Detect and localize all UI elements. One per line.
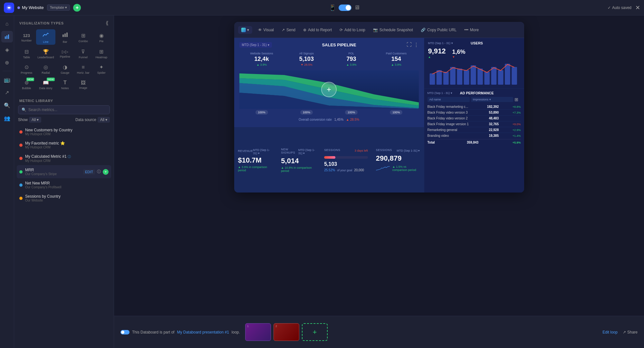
viz-spider[interactable]: ✦ Spider [93, 61, 110, 76]
schedule-snapshot-btn[interactable]: 📷 Schedule Snapshot [370, 26, 416, 34]
add-button[interactable]: + [73, 4, 81, 12]
viz-progress[interactable]: ⊙ Progress [18, 61, 35, 76]
bottom-metrics-row: REVENUE MTD (Sep 1-31) ▾ $10.7M ▲ 3.9% i… [234, 127, 424, 193]
loop-slide-1[interactable]: 1 [245, 323, 271, 341]
viz-line[interactable]: Line [36, 29, 55, 45]
metric-filters: Show All ▾ Data source All ▾ [14, 117, 114, 125]
pipeline-expand-icon[interactable]: ⛶ [407, 42, 412, 48]
viz-notes[interactable]: T Notes [57, 77, 73, 91]
add-to-report-btn[interactable]: ⊕ Add to Report [300, 26, 335, 34]
page-title-area: My Website [17, 5, 44, 10]
list-item[interactable]: My Favorited metric ⭐ My Hubspot CRM [17, 138, 111, 152]
dashboard-inner: MTD (Sep 1 - 31) ▾ SALES PIPELINE ⛶ ⋮ [234, 38, 524, 193]
top-nav: My Website Template ▾ + 📱 🖥 ✓ Auto saved… [0, 0, 644, 15]
metric-info-btn[interactable]: ⓘ [97, 169, 101, 174]
share-btn[interactable]: ↗ Share [623, 330, 638, 334]
connections-icon[interactable]: ⊕ [1, 57, 13, 68]
leaderboard-viz-icon: 🏆 [43, 49, 49, 55]
viz-number[interactable]: 123 Number [18, 29, 35, 45]
viz-radial[interactable]: ◎ Radial [36, 61, 55, 76]
send-btn[interactable]: ↗ Send [278, 26, 299, 34]
tv-icon[interactable]: 📺 [1, 74, 13, 85]
viz-leaderboard[interactable]: 🏆 Leaderboard [36, 46, 55, 60]
add-widget-button[interactable]: + [321, 82, 337, 97]
viz-bar[interactable]: Bar [57, 29, 73, 45]
metric-dot [19, 157, 23, 160]
data-source-filter[interactable]: Data source All ▾ [75, 117, 110, 123]
loop-toggle-switch[interactable] [120, 330, 130, 334]
svg-rect-15 [484, 72, 490, 85]
svg-rect-9 [443, 72, 449, 85]
pipeline-header: MTD (Sep 1 - 31) ▾ SALES PIPELINE ⛶ ⋮ [239, 42, 419, 48]
viz-pie[interactable]: ◉ Pie [93, 29, 110, 45]
content-area: ▾ 👁 Visual ↗ Send ⊕ Add to Report [114, 15, 644, 348]
search-icon[interactable]: 🔍 [1, 99, 13, 111]
sales-pipeline-widget: MTD (Sep 1 - 31) ▾ SALES PIPELINE ⛶ ⋮ [234, 38, 424, 127]
template-selector[interactable]: Template ▾ [47, 5, 70, 11]
loop-add-slide-btn[interactable]: + [302, 323, 328, 341]
viz-heatmap[interactable]: ⊞ Heatmap [93, 46, 110, 60]
list-item[interactable]: Net New MRR Our Company's Profitwell [17, 178, 111, 192]
share-icon[interactable]: ↗ [1, 87, 13, 98]
list-item[interactable]: Sessions by Country Our Website [17, 192, 111, 205]
close-button[interactable]: ✕ [635, 4, 640, 11]
metrics-icon[interactable]: ◈ [1, 44, 13, 55]
color-swatch [241, 28, 246, 32]
loop-slides: 1 2 + [245, 323, 328, 341]
panel-collapse-btn[interactable]: ⟪ [106, 20, 109, 26]
viz-combo[interactable]: ⊞ Combo [75, 29, 91, 45]
metric-list: New Customers by Country My Hubspot CRM … [14, 125, 114, 205]
more-btn[interactable]: ••• More [461, 26, 482, 34]
view-toggle-switch[interactable] [339, 5, 351, 11]
ad-filter-icon[interactable]: ⊞ [514, 97, 521, 102]
loop-name-link[interactable]: My Databoard presentation #1 [177, 330, 229, 334]
viz-pipeline[interactable]: ▷▷ Pipeline [57, 46, 73, 60]
add-to-loop-btn[interactable]: ⟳ Add to Loop [336, 26, 369, 34]
color-picker-dropdown[interactable]: ▾ [238, 26, 252, 34]
pipeline-metric-pol: POL 793 ▲ 3.9% [329, 51, 374, 68]
metric-add-btn[interactable]: + [103, 169, 109, 175]
table-row: Black Friday image version 1 32,765 +9.0… [428, 121, 521, 127]
svg-rect-7 [429, 73, 435, 85]
status-dot [17, 6, 20, 9]
viz-bubble[interactable]: ⊚ Bubble NEW [18, 77, 35, 91]
viz-types-grid: 123 Number Line [14, 29, 114, 95]
show-filter[interactable]: Show All ▾ [18, 117, 41, 123]
metric-library-title: METRIC LIBRARY [14, 95, 114, 105]
viz-gauge[interactable]: ◑ Gauge [57, 61, 73, 76]
home-icon[interactable]: ⌂ [1, 18, 13, 30]
loop-slide-2[interactable]: 2 [274, 323, 299, 341]
pipeline-menu-icon[interactable]: ⋮ [414, 42, 419, 48]
users-widget: MTD (Sep 1 - 31) ▾ USERS 9,912 ▲ [424, 38, 524, 89]
edit-metric-btn[interactable]: EDIT [83, 169, 95, 174]
panel-viz-header: VISUALIZATION TYPES ⟪ [14, 15, 114, 29]
list-item[interactable]: MRR Our Company's Stripe EDIT ⓘ + [17, 165, 111, 178]
sessions-sparkline [376, 165, 390, 172]
search-input[interactable] [28, 108, 106, 112]
svg-rect-1 [5, 36, 6, 39]
edit-loop-btn[interactable]: Edit loop [602, 330, 618, 334]
viz-horiz-bar[interactable]: ≡ Horiz. bar [75, 61, 91, 76]
metric-search-box[interactable]: 🔍 [18, 105, 110, 114]
loop-bar: This Databoard is part of My Databoard p… [114, 316, 644, 348]
list-item[interactable]: My Calculated Metric #1 ⓘ My Hubspot CRM [17, 152, 111, 165]
databoard-toolbar: ▾ 👁 Visual ↗ Send ⊕ Add to Report [234, 22, 524, 38]
visual-btn[interactable]: 👁 Visual [255, 26, 277, 34]
add-loop-icon: ⟳ [340, 28, 343, 32]
users-icon[interactable]: 👥 [1, 112, 13, 124]
svg-rect-18 [505, 64, 510, 85]
viz-funnel[interactable]: ⊽ Funnel [75, 46, 91, 60]
funnel-chart: + [239, 70, 419, 109]
copy-url-btn[interactable]: 🔗 Copy Public URL [418, 26, 460, 34]
viz-table[interactable]: ⊟ Table [18, 46, 35, 60]
list-item[interactable]: New Customers by Country My Hubspot CRM [17, 125, 111, 138]
link-icon: 🔗 [421, 28, 426, 32]
viz-image[interactable]: 🖼 Image [75, 77, 91, 91]
viz-data-story[interactable]: 📖 Data story NEW [36, 77, 55, 91]
chart-icon[interactable] [1, 31, 13, 42]
svg-rect-13 [470, 65, 476, 85]
sessions-goal-metric: Sessions 3 days left 5,103 [320, 128, 372, 193]
pipeline-date[interactable]: MTD (Sep 1 - 31) ▾ [239, 42, 272, 48]
ad-performance-table: Black Friday remarketing c... 182,392 +8… [428, 104, 521, 138]
send-icon: ↗ [282, 28, 285, 32]
